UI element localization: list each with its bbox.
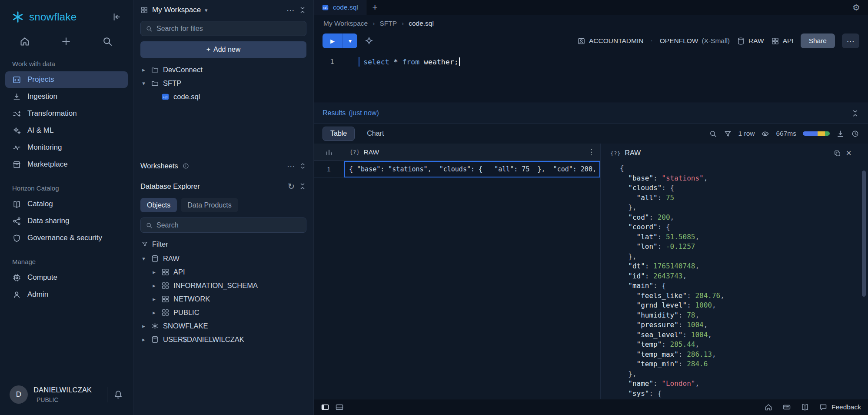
- feedback-button[interactable]: Feedback: [819, 403, 861, 412]
- more-options-button[interactable]: ⋯: [842, 33, 859, 48]
- sidebar-item-governance-security[interactable]: Governance & security: [5, 230, 128, 246]
- db-tab-data-products[interactable]: Data Products: [181, 198, 238, 212]
- chevron-right-icon[interactable]: ▸: [151, 269, 157, 275]
- workspace-dropdown-icon[interactable]: ▾: [205, 7, 208, 13]
- collapse-sidebar-icon[interactable]: [111, 12, 122, 22]
- db-search-input[interactable]: Search: [140, 218, 306, 233]
- download-icon[interactable]: [836, 130, 845, 138]
- result-cell[interactable]: { "base": "stations", "clouds": { "all":…: [344, 161, 600, 177]
- copy-icon[interactable]: [833, 149, 841, 157]
- toggle-left-panel-icon[interactable]: [321, 403, 329, 412]
- column-stats-icon[interactable]: [325, 148, 333, 156]
- worksheets-title[interactable]: Worksheets: [140, 162, 178, 170]
- toggle-bottom-panel-icon[interactable]: [335, 403, 344, 412]
- chevron-down-icon[interactable]: ▾: [140, 80, 147, 87]
- database-selector[interactable]: RAW: [737, 37, 764, 45]
- file-devconnect[interactable]: ▸DevConnect: [133, 63, 313, 77]
- sidebar-item-projects[interactable]: Projects: [5, 71, 128, 88]
- db-object-raw[interactable]: ▾RAW: [133, 252, 313, 265]
- sidebar-item-monitoring[interactable]: Monitoring: [5, 139, 128, 156]
- sql-editor[interactable]: 1 select * from weather;: [314, 50, 868, 103]
- workspace-title[interactable]: My Workspace: [152, 6, 201, 14]
- workspace-menu-icon[interactable]: ⋯: [286, 6, 295, 14]
- sidebar-item-catalog[interactable]: Catalog: [5, 196, 128, 212]
- db-object-public[interactable]: ▸PUBLIC: [133, 306, 313, 319]
- column-header-raw[interactable]: {?} RAW ⋮: [344, 144, 600, 161]
- sidebar-item-transformation[interactable]: Transformation: [5, 105, 128, 122]
- close-panel-icon[interactable]: ×: [846, 148, 851, 158]
- refresh-icon[interactable]: ↻: [288, 182, 295, 191]
- documentation-icon[interactable]: [801, 403, 809, 412]
- json-viewer[interactable]: { "base": "stations", "clouds": { "all":…: [601, 163, 868, 399]
- chevron-down-icon[interactable]: ▾: [140, 255, 147, 262]
- sidebar-item-label: Transformation: [27, 109, 77, 118]
- sidebar-item-label: Ingestion: [27, 92, 57, 101]
- home-shortcut-icon[interactable]: [764, 403, 773, 412]
- chevron-right-icon[interactable]: ▸: [151, 282, 157, 289]
- db-object-network[interactable]: ▸NETWORK: [133, 292, 313, 306]
- user-account[interactable]: D DANIELWILCZAK PUBLIC: [0, 378, 133, 415]
- snowflake-db-icon: [151, 322, 159, 330]
- home-icon[interactable]: [19, 36, 30, 47]
- chevron-right-icon[interactable]: ▸: [140, 323, 147, 329]
- results-tab[interactable]: Results (just now): [323, 109, 379, 117]
- query-history-icon[interactable]: [851, 130, 859, 138]
- collapse-db-explorer-icon[interactable]: [299, 182, 306, 190]
- sidebar-item-data-sharing[interactable]: Data sharing: [5, 213, 128, 229]
- keyboard-shortcuts-icon[interactable]: [782, 403, 791, 412]
- collapse-results-icon[interactable]: [851, 109, 859, 117]
- db-object-user-danielwilczak[interactable]: ▸USER$DANIELWILCZAK: [133, 333, 313, 346]
- preview-eye-icon[interactable]: [761, 130, 769, 138]
- new-tab-button[interactable]: +: [366, 0, 384, 15]
- chevron-right-icon[interactable]: ▸: [151, 296, 157, 302]
- filter-results-icon[interactable]: [724, 130, 732, 138]
- search-icon[interactable]: [102, 36, 113, 47]
- chart-view-button[interactable]: Chart: [359, 127, 392, 141]
- db-object-information-schema[interactable]: ▸INFORMATION_SCHEMA: [133, 279, 313, 292]
- db-object-api[interactable]: ▸API: [133, 265, 313, 279]
- worksheets-menu-icon[interactable]: ⋯: [287, 162, 295, 170]
- add-new-button[interactable]: + Add new: [140, 41, 306, 58]
- column-menu-icon[interactable]: ⋮: [588, 147, 595, 157]
- filter-button[interactable]: Filter: [133, 236, 313, 252]
- chevron-right-icon[interactable]: ▸: [151, 309, 157, 316]
- breadcrumb-item-code-sql[interactable]: code.sql: [409, 20, 434, 27]
- file-code-sql[interactable]: sqlcode.sql: [133, 90, 313, 104]
- run-options-button[interactable]: ▾: [343, 33, 357, 48]
- sidebar-item-ingestion[interactable]: Ingestion: [5, 88, 128, 105]
- schema-selector[interactable]: API: [771, 37, 794, 45]
- role-selector[interactable]: ACCOUNTADMIN: [577, 37, 643, 45]
- collapse-files-icon[interactable]: [299, 6, 306, 14]
- warehouse-selector[interactable]: OPENFLOW (X-Small): [660, 37, 730, 45]
- filter-funnel-icon: [141, 241, 148, 248]
- file-search-input[interactable]: Search for files: [140, 21, 306, 36]
- breadcrumb-item-sftp[interactable]: SFTP: [379, 20, 397, 27]
- json-line: "sea_level": 1004,: [620, 330, 851, 340]
- sidebar-item-admin[interactable]: Admin: [5, 286, 128, 303]
- tab-code-sql[interactable]: sql code.sql: [314, 0, 366, 15]
- chevron-right-icon[interactable]: ▸: [140, 336, 147, 343]
- schema-label: API: [783, 37, 794, 45]
- expand-worksheets-icon[interactable]: [299, 162, 306, 170]
- db-object-snowflake[interactable]: ▸SNOWFLAKE: [133, 319, 313, 333]
- share-button[interactable]: Share: [801, 33, 835, 48]
- run-button[interactable]: ▶: [323, 33, 343, 48]
- breadcrumb-item-my-workspace[interactable]: My Workspace: [323, 20, 368, 27]
- filter-label: Filter: [152, 240, 168, 248]
- file-sftp[interactable]: ▾SFTP: [133, 77, 313, 90]
- sidebar-item-compute[interactable]: Compute: [5, 269, 128, 286]
- format-sparkle-icon[interactable]: [364, 36, 374, 46]
- create-new-icon[interactable]: [60, 36, 72, 47]
- snowflake-logo[interactable]: snowflake: [11, 10, 76, 23]
- worksheets-section-header: Worksheets ⋯: [133, 156, 313, 176]
- chevron-right-icon[interactable]: ▸: [140, 67, 147, 73]
- notifications-bell-icon[interactable]: [113, 389, 123, 400]
- search-results-icon[interactable]: [709, 130, 717, 138]
- scrollbar-thumb[interactable]: [862, 171, 866, 297]
- sidebar-item-ai-ml[interactable]: AI & ML: [5, 122, 128, 139]
- sidebar-item-marketplace[interactable]: Marketplace: [5, 156, 128, 173]
- settings-gear-icon[interactable]: ⚙: [852, 2, 860, 13]
- query-duration-bar[interactable]: [803, 131, 830, 136]
- db-tab-objects[interactable]: Objects: [140, 198, 177, 212]
- table-view-button[interactable]: Table: [323, 127, 355, 141]
